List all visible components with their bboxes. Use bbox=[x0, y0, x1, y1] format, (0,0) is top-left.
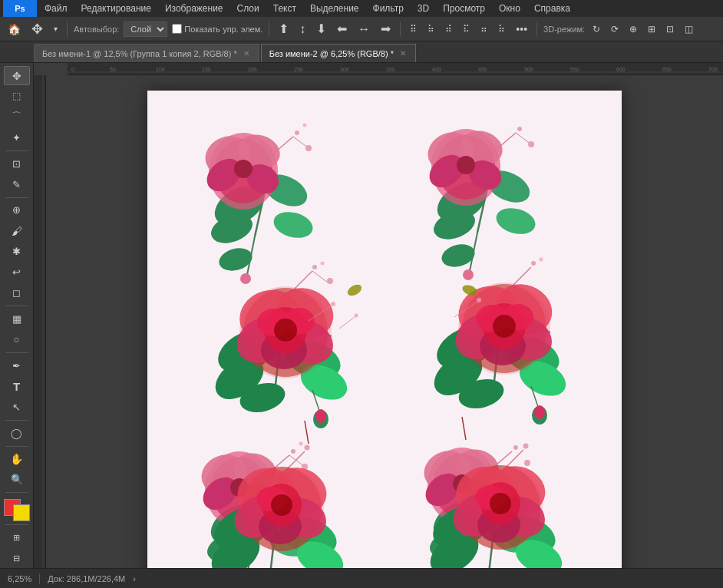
tool-sep-4 bbox=[5, 352, 28, 353]
path-select-tool[interactable]: ↖ bbox=[4, 398, 30, 417]
svg-point-55 bbox=[463, 269, 474, 280]
tab-2[interactable]: Без имени-2 @ 6,25% (RGB/8) * ✕ bbox=[261, 44, 416, 62]
menu-help[interactable]: Справка bbox=[528, 2, 576, 15]
3d-pan-button[interactable]: ⊕ bbox=[626, 22, 640, 36]
menu-bar: Ps Файл Редактирование Изображение Слои … bbox=[0, 0, 723, 17]
svg-text:150: 150 bbox=[202, 67, 211, 72]
brush-tool[interactable]: 🖌 bbox=[4, 221, 30, 240]
menu-window[interactable]: Окно bbox=[493, 2, 527, 15]
menu-filter[interactable]: Фильтр bbox=[367, 2, 410, 15]
svg-point-45 bbox=[528, 141, 534, 147]
align-left-button[interactable]: ⬅ bbox=[334, 20, 350, 38]
canvas-area[interactable] bbox=[46, 75, 723, 568]
move-tool-button[interactable]: ✥ bbox=[28, 19, 46, 39]
svg-point-53 bbox=[457, 156, 475, 174]
svg-text:50: 50 bbox=[110, 67, 116, 72]
magic-wand-tool[interactable]: ✦ bbox=[4, 128, 30, 147]
ellipse-tool[interactable]: ◯ bbox=[4, 424, 30, 443]
home-button[interactable]: 🏠 bbox=[5, 21, 24, 37]
align-vcenter-button[interactable]: ↕ bbox=[296, 21, 309, 38]
tool-sep-5 bbox=[5, 420, 28, 421]
svg-text:250: 250 bbox=[294, 67, 303, 72]
menu-file[interactable]: Файл bbox=[38, 2, 74, 15]
show-controls-wrap: Показать упр. элем. bbox=[172, 24, 262, 34]
toolbox: ✥ ⬚ ⌒ ✦ ⊡ ✎ ⊕ 🖌 ✱ ↩ ◻ ▦ ○ ✒ T ↖ ◯ ✋ 🔍 ⊞ … bbox=[0, 63, 34, 568]
menu-select[interactable]: Выделение bbox=[304, 2, 365, 15]
distribute-bottom-button[interactable]: ⠾ bbox=[442, 22, 455, 36]
tool-sep-8 bbox=[5, 524, 28, 525]
svg-text:0: 0 bbox=[71, 67, 74, 72]
align-bottom-button[interactable]: ⬇ bbox=[313, 20, 329, 38]
pen-tool[interactable]: ✒ bbox=[4, 356, 30, 375]
align-right-button[interactable]: ➡ bbox=[378, 20, 394, 38]
menu-edit[interactable]: Редактирование bbox=[75, 2, 157, 15]
distribute-left-button[interactable]: ⠯ bbox=[460, 22, 473, 36]
3d-extra-button[interactable]: ◫ bbox=[682, 22, 696, 36]
tab-2-close[interactable]: ✕ bbox=[398, 48, 408, 58]
svg-point-106 bbox=[534, 405, 545, 419]
dodge-tool[interactable]: ○ bbox=[4, 330, 30, 349]
quick-mask-tool[interactable]: ⊞ bbox=[4, 528, 30, 547]
doc-info: Док: 286,1M/226,4M bbox=[48, 574, 125, 583]
zoom-tool[interactable]: 🔍 bbox=[4, 470, 30, 489]
3d-slide-button[interactable]: ⊞ bbox=[645, 22, 659, 36]
svg-point-179 bbox=[355, 314, 358, 318]
tab-1-close[interactable]: ✕ bbox=[242, 48, 251, 58]
menu-view[interactable]: Просмотр bbox=[437, 2, 491, 15]
tool-sep-1 bbox=[5, 150, 28, 151]
svg-point-66 bbox=[312, 265, 317, 269]
svg-point-165 bbox=[523, 444, 529, 449]
screen-mode-tool[interactable]: ⊟ bbox=[4, 549, 30, 568]
menu-text[interactable]: Текст bbox=[267, 2, 302, 15]
svg-text:400: 400 bbox=[432, 67, 441, 72]
svg-point-36 bbox=[240, 273, 251, 284]
distribute-hcenter-button[interactable]: ⠶ bbox=[477, 22, 490, 36]
options-bar: 🏠 ✥ ▾ Автовыбор: Слой Показать упр. элем… bbox=[0, 17, 723, 41]
spot-heal-tool[interactable]: ⊕ bbox=[4, 201, 30, 220]
lasso-tool[interactable]: ⌒ bbox=[4, 107, 30, 127]
distribute-vcenter-button[interactable]: ⠷ bbox=[424, 22, 437, 36]
move-options-arrow[interactable]: ▾ bbox=[51, 23, 61, 35]
svg-point-148 bbox=[305, 445, 310, 451]
eraser-tool[interactable]: ◻ bbox=[4, 283, 30, 302]
svg-text:600: 600 bbox=[616, 67, 626, 72]
svg-point-158 bbox=[271, 494, 292, 516]
svg-point-181 bbox=[477, 298, 481, 302]
background-color[interactable] bbox=[13, 504, 30, 521]
status-bar: 6,25% Док: 286,1M/226,4M › bbox=[0, 568, 723, 588]
distribute-right-button[interactable]: ⠷ bbox=[495, 22, 508, 36]
status-sep-1 bbox=[39, 573, 40, 584]
hand-tool[interactable]: ✋ bbox=[4, 449, 30, 468]
menu-3d[interactable]: 3D bbox=[411, 2, 435, 15]
gradient-tool[interactable]: ▦ bbox=[4, 309, 30, 329]
menu-layers[interactable]: Слои bbox=[231, 2, 266, 15]
color-picker[interactable] bbox=[4, 499, 30, 521]
more-options-button[interactable]: ••• bbox=[513, 21, 530, 37]
toolbar-separator-1 bbox=[67, 21, 68, 37]
history-brush-tool[interactable]: ↩ bbox=[4, 263, 30, 282]
show-controls-checkbox[interactable] bbox=[172, 24, 182, 34]
eyedropper-tool[interactable]: ✎ bbox=[4, 175, 30, 194]
autoselect-dropdown[interactable]: Слой bbox=[124, 21, 167, 37]
stamp-tool[interactable]: ✱ bbox=[4, 242, 30, 261]
doc-info-arrow[interactable]: › bbox=[133, 574, 136, 583]
3d-rotate-button[interactable]: ↻ bbox=[589, 22, 603, 36]
3d-scale-button[interactable]: ⊡ bbox=[663, 22, 677, 36]
text-tool[interactable]: T bbox=[4, 377, 30, 396]
align-hcenter-button[interactable]: ↔ bbox=[355, 21, 373, 38]
menu-image[interactable]: Изображение bbox=[159, 2, 229, 15]
tab-1[interactable]: Без имени-1 @ 12,5% (Группа 1 копия 2, R… bbox=[34, 44, 259, 62]
distribute-top-button[interactable]: ⠿ bbox=[407, 22, 420, 36]
3d-roll-button[interactable]: ⟳ bbox=[608, 22, 622, 36]
autoselect-label: Автовыбор: bbox=[74, 25, 119, 34]
select-rect-tool[interactable]: ⬚ bbox=[4, 87, 30, 106]
svg-text:700: 700 bbox=[708, 67, 718, 72]
svg-point-27 bbox=[303, 124, 307, 127]
svg-text:100: 100 bbox=[156, 67, 165, 72]
svg-point-79 bbox=[274, 319, 297, 342]
svg-text:450: 450 bbox=[478, 67, 487, 72]
svg-text:200: 200 bbox=[248, 67, 257, 72]
move-tool[interactable]: ✥ bbox=[4, 66, 30, 85]
crop-tool[interactable]: ⊡ bbox=[4, 154, 30, 173]
align-top-button[interactable]: ⬆ bbox=[276, 20, 292, 38]
